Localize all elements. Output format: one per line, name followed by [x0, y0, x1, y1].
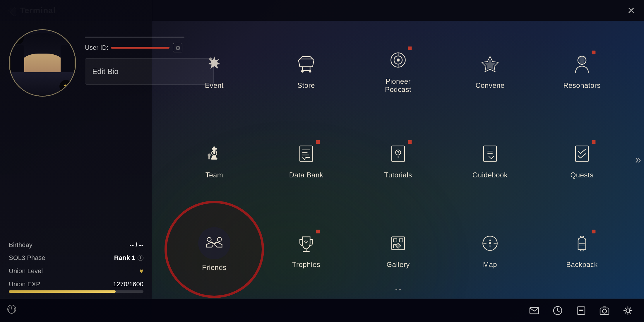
menu-item-tutorials[interactable]: ? Tutorials — [354, 117, 443, 203]
svg-text:?: ? — [397, 150, 399, 155]
rank-info-icon[interactable]: i — [138, 255, 143, 261]
pioneer-podcast-icon — [388, 50, 408, 70]
menu-item-store[interactable]: Store — [262, 27, 351, 114]
svg-point-8 — [397, 59, 400, 62]
avatar-menu-icon[interactable]: ⋯ — [12, 32, 24, 44]
quests-label: Quests — [570, 171, 593, 179]
guidebook-label: Guidebook — [472, 171, 508, 179]
camera-button[interactable] — [597, 303, 612, 318]
store-icon — [296, 54, 316, 74]
trophies-icon — [296, 233, 316, 254]
convene-icon — [480, 54, 500, 74]
list-button[interactable] — [574, 303, 588, 318]
svg-point-36 — [626, 309, 630, 312]
exp-bar-background — [9, 290, 143, 293]
exp-bar-fill — [9, 290, 116, 293]
tutorials-label: Tutorials — [384, 171, 412, 179]
union-exp-row: Union EXP 1270/1600 — [9, 280, 143, 293]
sol3-phase-row: SOL3 Phase Rank 1 i — [9, 254, 143, 262]
main-menu: Event Store — [152, 21, 644, 299]
backpack-icon — [572, 233, 592, 254]
settings-button[interactable] — [621, 303, 635, 318]
friends-icon — [204, 233, 225, 254]
friends-label: Friends — [202, 263, 227, 272]
menu-item-guidebook[interactable]: Guidebook — [446, 117, 535, 203]
menu-item-pioneer-podcast[interactable]: PioneerPodcast — [354, 27, 443, 114]
backpack-icon-wrap — [569, 230, 595, 256]
svg-rect-12 — [211, 157, 217, 160]
svg-point-5 — [309, 70, 311, 73]
svg-rect-16 — [212, 148, 217, 150]
gallery-label: Gallery — [386, 261, 410, 269]
data-bank-label: Data Bank — [289, 171, 323, 179]
map-icon-wrap — [477, 230, 503, 256]
store-label: Store — [297, 81, 315, 90]
tutorials-icon-wrap: ? — [385, 141, 411, 167]
menu-item-trophies[interactable]: Trophies — [262, 206, 351, 293]
guidebook-icon — [480, 143, 500, 164]
union-exp-label: Union EXP — [9, 280, 40, 288]
menu-item-team[interactable]: Team — [170, 117, 259, 203]
menu-item-data-bank[interactable]: Data Bank — [262, 117, 351, 203]
union-heart-icon: ♥ — [139, 267, 143, 275]
union-level-value: ♥ — [139, 267, 143, 275]
convene-icon-wrap — [477, 51, 503, 77]
menu-item-friends[interactable]: Friends — [170, 206, 259, 293]
menu-item-convene[interactable]: Convene — [446, 27, 535, 114]
pioneer-podcast-icon-wrap — [385, 47, 411, 73]
sol3-phase-value: Rank 1 i — [114, 254, 143, 262]
bottom-bar — [0, 299, 644, 322]
map-icon — [480, 233, 500, 254]
avatar: ⋯ — [9, 29, 76, 97]
svg-rect-18 — [208, 156, 210, 160]
stats-section: Birthday -- / -- SOL3 Phase Rank 1 i Uni… — [0, 241, 152, 293]
menu-item-event[interactable]: Event — [170, 27, 259, 114]
event-icon-wrap — [201, 51, 227, 77]
svg-point-3 — [209, 57, 212, 61]
birthday-value: -- / -- — [129, 241, 143, 249]
close-button[interactable]: ✕ — [627, 6, 635, 15]
team-icon-wrap — [201, 141, 227, 167]
currency-icon — [59, 80, 72, 93]
trophies-label: Trophies — [292, 261, 320, 269]
resonators-label: Resonators — [563, 81, 601, 90]
mail-button[interactable] — [527, 303, 542, 318]
bottom-left-power-icon[interactable] — [6, 303, 18, 318]
menu-item-backpack[interactable]: Backpack — [537, 206, 626, 293]
menu-item-map[interactable]: Map — [446, 206, 535, 293]
union-level-label: Union Level — [9, 267, 43, 275]
data-bank-icon-wrap — [293, 141, 319, 167]
resonators-icon-wrap — [569, 51, 595, 77]
svg-point-25 — [207, 237, 211, 242]
team-icon — [204, 143, 225, 164]
menu-item-resonators[interactable]: Resonators — [537, 27, 626, 114]
menu-item-quests[interactable]: Quests — [537, 117, 626, 203]
quests-icon — [572, 143, 592, 164]
svg-rect-15 — [213, 147, 215, 154]
resonators-icon — [572, 54, 592, 74]
menu-grid: Event Store — [170, 27, 626, 293]
event-label: Event — [205, 81, 224, 90]
svg-point-35 — [602, 309, 607, 313]
birthday-label: Birthday — [9, 241, 32, 249]
svg-rect-19 — [300, 146, 313, 162]
team-label: Team — [205, 171, 223, 179]
menu-item-gallery[interactable]: Gallery — [354, 206, 443, 293]
avatar-section: ⋯ User ID: — [0, 23, 152, 102]
scroll-right-arrow[interactable]: » — [635, 154, 641, 166]
convene-label: Convene — [475, 81, 505, 90]
gallery-icon — [388, 233, 408, 254]
gallery-dots — [395, 289, 401, 290]
pioneer-podcast-label: PioneerPodcast — [385, 77, 411, 94]
clock-button[interactable] — [550, 303, 565, 318]
svg-point-29 — [489, 242, 491, 244]
guidebook-icon-wrap — [477, 141, 503, 167]
sol3-phase-label: SOL3 Phase — [9, 254, 45, 262]
svg-rect-24 — [576, 146, 588, 162]
data-bank-icon — [296, 143, 316, 164]
event-icon — [204, 54, 225, 74]
friends-icon-wrap — [198, 227, 230, 259]
svg-point-26 — [217, 237, 222, 242]
svg-point-4 — [301, 70, 304, 73]
svg-point-17 — [208, 153, 211, 157]
